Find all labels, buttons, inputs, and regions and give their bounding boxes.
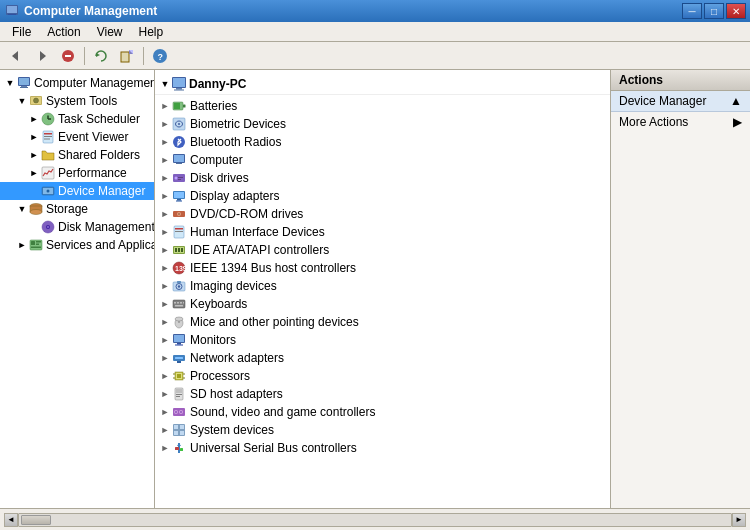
device-mgr-toggle[interactable] bbox=[28, 185, 40, 197]
help-button[interactable]: ? bbox=[148, 45, 172, 67]
device-manager-action[interactable]: Device Manager ▲ bbox=[611, 91, 750, 112]
device-item[interactable]: ►Disk drives bbox=[155, 169, 610, 187]
device-toggle[interactable]: ► bbox=[159, 136, 171, 148]
device-item[interactable]: ►Imaging devices bbox=[155, 277, 610, 295]
maximize-button[interactable]: □ bbox=[704, 3, 724, 19]
svg-rect-94 bbox=[175, 357, 183, 359]
device-item[interactable]: ►DVD/CD-ROM drives bbox=[155, 205, 610, 223]
tree-root[interactable]: ▼ Computer Management (Local bbox=[0, 74, 154, 92]
device-toggle[interactable]: ► bbox=[159, 244, 171, 256]
system-tools-icon bbox=[28, 93, 44, 109]
disk-mgmt-toggle[interactable] bbox=[28, 221, 40, 233]
device-item[interactable]: ►System devices bbox=[155, 421, 610, 439]
export-button[interactable] bbox=[115, 45, 139, 67]
more-actions[interactable]: More Actions ▶ bbox=[611, 112, 750, 132]
minimize-button[interactable]: ─ bbox=[682, 3, 702, 19]
svg-rect-95 bbox=[177, 361, 181, 363]
device-toggle[interactable]: ► bbox=[159, 352, 171, 364]
event-toggle[interactable]: ► bbox=[28, 131, 40, 143]
device-item[interactable]: ►Mice and other pointing devices bbox=[155, 313, 610, 331]
device-item[interactable]: ►1394IEEE 1394 Bus host controllers bbox=[155, 259, 610, 277]
device-item[interactable]: ►SD host adapters bbox=[155, 385, 610, 403]
svg-rect-1 bbox=[7, 6, 17, 13]
scroll-left-button[interactable]: ◄ bbox=[4, 513, 18, 527]
tree-event-viewer[interactable]: ► Event Viewer bbox=[0, 128, 154, 146]
device-toggle[interactable]: ► bbox=[159, 100, 171, 112]
tree-disk-management[interactable]: Disk Management bbox=[0, 218, 154, 236]
device-toggle[interactable]: ► bbox=[159, 190, 171, 202]
device-toggle[interactable]: ► bbox=[159, 316, 171, 328]
device-item[interactable]: ►Keyboards bbox=[155, 295, 610, 313]
device-item[interactable]: ►Bluetooth Radios bbox=[155, 133, 610, 151]
forward-button[interactable] bbox=[30, 45, 54, 67]
device-toggle[interactable]: ► bbox=[159, 442, 171, 454]
tree-task-scheduler[interactable]: ► Task Scheduler bbox=[0, 110, 154, 128]
svg-point-65 bbox=[178, 213, 180, 215]
device-item[interactable]: ►Batteries bbox=[155, 97, 610, 115]
menu-view[interactable]: View bbox=[89, 23, 131, 41]
device-toggle[interactable]: ► bbox=[159, 172, 171, 184]
device-label: Monitors bbox=[190, 333, 236, 347]
back-button[interactable] bbox=[4, 45, 28, 67]
scroll-right-button[interactable]: ► bbox=[732, 513, 746, 527]
device-icon bbox=[171, 242, 187, 258]
scroll-thumb[interactable] bbox=[21, 515, 51, 525]
device-toggle[interactable]: ► bbox=[159, 424, 171, 436]
tree-shared-folders[interactable]: ► Shared Folders bbox=[0, 146, 154, 164]
device-toggle[interactable]: ► bbox=[159, 280, 171, 292]
storage-toggle[interactable]: ▼ bbox=[16, 203, 28, 215]
shared-toggle[interactable]: ► bbox=[28, 149, 40, 161]
device-toggle[interactable]: ► bbox=[159, 154, 171, 166]
more-actions-arrow-icon: ▶ bbox=[733, 115, 742, 129]
device-item[interactable]: ►Biometric Devices bbox=[155, 115, 610, 133]
device-item[interactable]: ►Display adapters bbox=[155, 187, 610, 205]
device-toggle[interactable]: ► bbox=[159, 208, 171, 220]
device-label: Human Interface Devices bbox=[190, 225, 325, 239]
device-item[interactable]: ►Network adapters bbox=[155, 349, 610, 367]
perf-toggle[interactable]: ► bbox=[28, 167, 40, 179]
device-toggle[interactable]: ► bbox=[159, 118, 171, 130]
tree-storage[interactable]: ▼ Storage bbox=[0, 200, 154, 218]
svg-point-36 bbox=[47, 226, 49, 228]
menu-action[interactable]: Action bbox=[39, 23, 88, 41]
device-toggle[interactable]: ► bbox=[159, 370, 171, 382]
menu-help[interactable]: Help bbox=[131, 23, 172, 41]
tree-system-tools[interactable]: ▼ System Tools bbox=[0, 92, 154, 110]
device-toggle[interactable]: ► bbox=[159, 388, 171, 400]
device-item[interactable]: ►IDE ATA/ATAPI controllers bbox=[155, 241, 610, 259]
svg-rect-105 bbox=[176, 394, 182, 395]
horizontal-scrollbar[interactable] bbox=[18, 513, 732, 527]
device-item[interactable]: ►Monitors bbox=[155, 331, 610, 349]
stop-button[interactable] bbox=[56, 45, 80, 67]
device-item[interactable]: ►Human Interface Devices bbox=[155, 223, 610, 241]
device-toggle[interactable]: ► bbox=[159, 262, 171, 274]
tree-services[interactable]: ► Services and Applications bbox=[0, 236, 154, 254]
close-button[interactable]: ✕ bbox=[726, 3, 746, 19]
performance-icon bbox=[40, 165, 56, 181]
svg-marker-4 bbox=[40, 51, 46, 61]
svg-rect-82 bbox=[177, 302, 179, 304]
danny-pc-toggle[interactable]: ▼ bbox=[159, 78, 171, 90]
svg-marker-118 bbox=[177, 443, 181, 446]
title-bar-text: Computer Management bbox=[24, 4, 682, 18]
device-item[interactable]: ►Sound, video and game controllers bbox=[155, 403, 610, 421]
services-toggle[interactable]: ► bbox=[16, 239, 28, 251]
device-toggle[interactable]: ► bbox=[159, 298, 171, 310]
device-item[interactable]: ►Processors bbox=[155, 367, 610, 385]
svg-rect-6 bbox=[65, 55, 71, 57]
tree-performance[interactable]: ► Performance bbox=[0, 164, 154, 182]
device-toggle[interactable]: ► bbox=[159, 406, 171, 418]
device-icon bbox=[171, 368, 187, 384]
root-toggle[interactable]: ▼ bbox=[4, 77, 16, 89]
system-tools-toggle[interactable]: ▼ bbox=[16, 95, 28, 107]
device-toggle[interactable]: ► bbox=[159, 226, 171, 238]
device-item[interactable]: ►Universal Serial Bus controllers bbox=[155, 439, 610, 457]
danny-pc-row[interactable]: ▼ Danny-PC bbox=[155, 74, 610, 95]
device-toggle[interactable]: ► bbox=[159, 334, 171, 346]
device-item[interactable]: ►Computer bbox=[155, 151, 610, 169]
tree-device-manager[interactable]: Device Manager bbox=[0, 182, 154, 200]
task-toggle[interactable]: ► bbox=[28, 113, 40, 125]
device-label: Mice and other pointing devices bbox=[190, 315, 359, 329]
refresh-button[interactable] bbox=[89, 45, 113, 67]
menu-file[interactable]: File bbox=[4, 23, 39, 41]
